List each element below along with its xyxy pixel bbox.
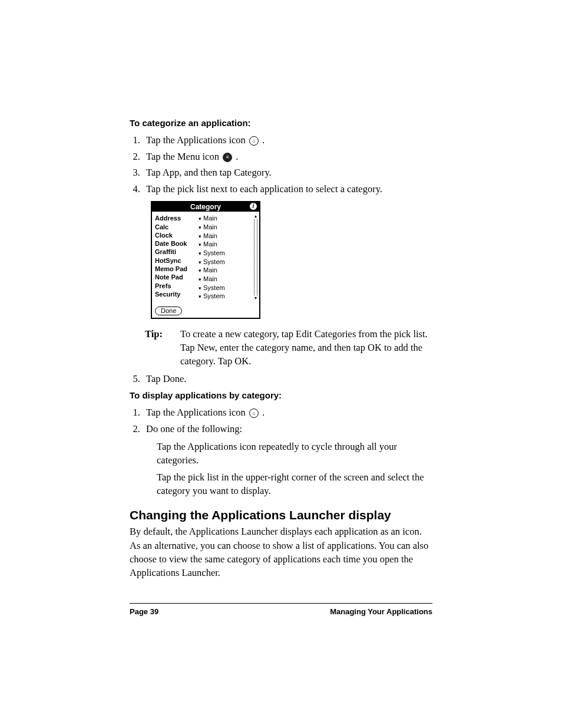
- app-name-column: Address Calc Clock Date Book Graffiti Ho…: [155, 214, 199, 301]
- heading-categorize: To categorize an application:: [130, 118, 432, 128]
- scroll-down-icon[interactable]: ▾: [254, 296, 257, 301]
- app-name: Prefs: [155, 282, 199, 290]
- tip-block: Tip: To create a new category, tap Edit …: [145, 327, 432, 368]
- category-picklist[interactable]: Main: [199, 223, 253, 232]
- applications-icon: ⌂: [249, 409, 259, 418]
- step-text-tail: .: [236, 151, 238, 162]
- tip-label: Tip:: [145, 327, 180, 368]
- step-text: Tap the Applications icon: [146, 407, 248, 418]
- category-picklist[interactable]: Main: [199, 275, 253, 284]
- done-button[interactable]: Done: [155, 307, 182, 315]
- app-name: Clock: [155, 231, 199, 239]
- list-item: Tap the Applications icon ⌂ .: [143, 405, 432, 420]
- sub-instruction: Tap the pick list in the upper-right cor…: [157, 470, 432, 498]
- steps-categorize-cont: Tap Done.: [130, 371, 432, 387]
- list-item: Tap the Menu icon ≡ .: [143, 149, 432, 164]
- screenshot-title: Category: [190, 203, 221, 211]
- category-picklist[interactable]: Main: [199, 214, 253, 223]
- category-picklist[interactable]: System: [199, 258, 253, 266]
- scroll-track[interactable]: [254, 219, 257, 295]
- page-footer: Page 39 Managing Your Applications: [130, 603, 432, 616]
- app-name: Calc: [155, 223, 199, 231]
- category-picklist[interactable]: Main: [199, 240, 253, 249]
- list-item: Tap Done.: [143, 371, 432, 387]
- screenshot-titlebar: Category i: [152, 202, 259, 212]
- section-heading: Changing the Applications Launcher displ…: [130, 508, 432, 522]
- category-picklist[interactable]: System: [199, 292, 253, 301]
- step-text-tail: .: [262, 134, 265, 146]
- list-item: Do one of the following:: [143, 421, 432, 437]
- page-number: Page 39: [130, 607, 158, 616]
- category-picklist[interactable]: Main: [199, 266, 253, 275]
- scrollbar[interactable]: ▴ ▾: [253, 214, 258, 301]
- step-text-tail: .: [262, 407, 265, 418]
- step-text: Tap the Applications icon: [146, 134, 248, 146]
- app-name: Graffiti: [155, 248, 199, 256]
- chapter-title: Managing Your Applications: [330, 607, 432, 616]
- app-name: Note Pad: [155, 273, 199, 281]
- tip-text: To create a new category, tap Edit Categ…: [180, 327, 432, 368]
- category-picklist-column: Main Main Main Main System System Main M…: [199, 214, 253, 301]
- category-picklist[interactable]: System: [199, 284, 253, 292]
- list-item: Tap App, and then tap Category.: [143, 165, 432, 180]
- heading-display-by-category: To display applications by category:: [130, 390, 432, 400]
- step-text: Tap the Menu icon: [146, 151, 222, 162]
- app-name: Memo Pad: [155, 265, 199, 273]
- body-paragraph: By default, the Applications Launcher di…: [130, 525, 432, 579]
- list-item: Tap the Applications icon ⌂ .: [143, 133, 432, 148]
- steps-display: Tap the Applications icon ⌂ . Do one of …: [130, 405, 432, 436]
- menu-icon: ≡: [223, 153, 232, 162]
- category-picklist[interactable]: Main: [199, 232, 253, 241]
- app-name: HotSync: [155, 256, 199, 265]
- applications-icon: ⌂: [249, 136, 259, 146]
- category-picklist[interactable]: System: [199, 249, 253, 258]
- sub-instruction: Tap the Applications icon repeatedly to …: [157, 440, 432, 467]
- list-item: Tap the pick list next to each applicati…: [143, 182, 432, 197]
- steps-categorize: Tap the Applications icon ⌂ . Tap the Me…: [130, 133, 432, 196]
- category-screenshot: Category i Address Calc Clock Date Book …: [151, 201, 260, 319]
- app-name: Date Book: [155, 239, 199, 248]
- scroll-up-icon[interactable]: ▴: [254, 214, 257, 219]
- app-name: Security: [155, 290, 199, 298]
- info-icon: i: [250, 203, 257, 210]
- app-name: Address: [155, 214, 199, 222]
